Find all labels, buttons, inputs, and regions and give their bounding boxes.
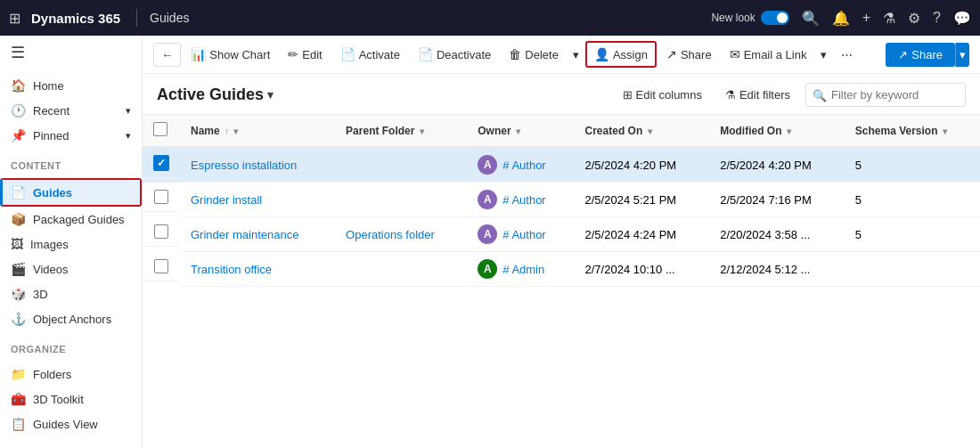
app-name-label: Guides (150, 11, 189, 25)
sidebar-item-images[interactable]: 🖼 Images (0, 232, 142, 257)
row-checkbox-cell[interactable] (143, 183, 180, 212)
owner-avatar: A (478, 155, 497, 175)
pinned-icon: 📌 (11, 128, 26, 143)
row-owner-cell: A # Author (467, 217, 574, 252)
delete-button[interactable]: 🗑 Delete (501, 42, 567, 67)
row-checkbox[interactable] (154, 224, 168, 239)
assign-button[interactable]: 👤 Assign (585, 41, 657, 68)
table-row: Transition office A # Admin 2/7/2024 10:… (143, 252, 980, 287)
row-schema-version-cell: 5 (845, 147, 980, 183)
row-name-link[interactable]: Grinder install (191, 193, 262, 207)
parent-folder-col-header[interactable]: Parent Folder ▾ (335, 115, 467, 147)
row-modified-on-cell: 2/12/2024 5:12 ... (709, 252, 845, 287)
share-button[interactable]: ↗ Share (886, 43, 955, 67)
plus-icon[interactable]: + (862, 10, 870, 26)
sidebar-item-packaged-guides[interactable]: 📦 Packaged Guides (0, 207, 142, 232)
recent-expand-icon[interactable]: ▾ (126, 105, 131, 117)
new-look-toggle[interactable]: New look (711, 11, 788, 25)
owner-link[interactable]: # Author (502, 159, 545, 172)
schema-col-chevron[interactable]: ▾ (943, 126, 947, 136)
name-col-header[interactable]: Name ↑ ▾ (180, 115, 335, 147)
sidebar-item-guides[interactable]: 📄 Guides (0, 178, 142, 207)
edit-filters-button[interactable]: ⚗ Edit filters (717, 83, 798, 107)
select-all-header[interactable] (143, 115, 180, 147)
row-checkbox-cell[interactable] (143, 252, 180, 281)
created-col-chevron[interactable]: ▾ (648, 126, 652, 136)
sidebar-item-3d[interactable]: 🎲 3D (0, 281, 142, 306)
modified-col-chevron[interactable]: ▾ (787, 126, 791, 136)
sidebar-toolkit-label: 3D Toolkit (33, 393, 84, 406)
sidebar-item-folders[interactable]: 📁 Folders (0, 362, 142, 387)
filter-icon[interactable]: ⚗ (883, 10, 895, 27)
owner-link[interactable]: # Admin (502, 263, 544, 276)
toolkit-icon: 🧰 (11, 392, 26, 406)
show-chart-label: Show Chart (209, 48, 270, 61)
edit-columns-label: Edit columns (636, 88, 702, 102)
delete-chevron-button[interactable]: ▾ (568, 43, 584, 67)
row-checkbox-cell[interactable] (143, 217, 180, 247)
row-created-on-cell: 2/7/2024 10:10 ... (575, 252, 710, 287)
created-on-col-header[interactable]: Created On ▾ (575, 115, 710, 147)
delete-label: Delete (525, 48, 559, 61)
deactivate-button[interactable]: 📄 Deactivate (410, 42, 499, 67)
sidebar-item-recent[interactable]: 🕐 Recent ▾ (0, 98, 142, 123)
share-link-button[interactable]: ↗ Share (658, 42, 720, 67)
activate-button[interactable]: 📄 Activate (332, 42, 408, 67)
chat-icon[interactable]: 💬 (953, 10, 971, 27)
show-chart-button[interactable]: 📊 Show Chart (183, 42, 278, 67)
folder-col-chevron[interactable]: ▾ (420, 126, 424, 136)
filter-input[interactable] (805, 83, 966, 107)
more-chevron-button[interactable]: ▾ (816, 43, 831, 67)
share-dropdown-button[interactable]: ▾ (955, 43, 969, 67)
owner-link[interactable]: # Author (502, 228, 545, 241)
name-col-chevron[interactable]: ▾ (233, 126, 238, 136)
row-folder-link[interactable]: Operations folder (346, 228, 435, 241)
row-name-link[interactable]: Espresso installation (191, 159, 297, 172)
modified-on-col-header[interactable]: Modified On ▾ (709, 115, 845, 147)
settings-icon[interactable]: ⚙ (908, 10, 920, 27)
row-name-link[interactable]: Grinder maintenance (191, 228, 298, 241)
more-button[interactable]: ⋯ (833, 43, 861, 67)
owner-link[interactable]: # Author (502, 193, 545, 207)
email-link-button[interactable]: ✉ Email a Link (722, 42, 815, 67)
row-checkbox[interactable] (154, 259, 168, 273)
owner-col-chevron[interactable]: ▾ (516, 126, 520, 136)
select-all-checkbox[interactable] (153, 122, 167, 136)
row-name-link[interactable]: Transition office (191, 263, 272, 276)
assign-label: Assign (613, 48, 648, 61)
row-checkbox-checked[interactable] (153, 155, 169, 171)
sidebar-item-guides-view[interactable]: 📋 Guides View (0, 411, 142, 436)
help-icon[interactable]: ? (933, 10, 941, 26)
table-row: Espresso installation A # Author 2/5/202… (143, 147, 980, 183)
bell-icon[interactable]: 🔔 (832, 10, 850, 27)
table-title-chevron[interactable]: ▾ (267, 88, 274, 102)
pinned-expand-icon[interactable]: ▾ (126, 130, 131, 142)
search-icon[interactable]: 🔍 (802, 10, 820, 27)
owner-col-header[interactable]: Owner ▾ (467, 115, 574, 147)
toggle-track[interactable] (761, 11, 789, 25)
sidebar-item-3d-toolkit[interactable]: 🧰 3D Toolkit (0, 387, 142, 411)
sidebar-item-object-anchors[interactable]: ⚓ Object Anchors (0, 306, 142, 331)
row-checkbox-cell[interactable] (143, 148, 180, 179)
activate-label: Activate (359, 48, 400, 61)
share-btn-label: Share (911, 48, 943, 61)
filter-input-wrap: 🔍 (805, 83, 966, 107)
sidebar-item-pinned[interactable]: 📌 Pinned ▾ (0, 123, 142, 148)
edit-filters-icon: ⚗ (725, 88, 736, 102)
filter-input-icon: 🔍 (813, 88, 827, 102)
edit-columns-button[interactable]: ⊞ Edit columns (615, 83, 710, 107)
row-checkbox[interactable] (154, 190, 168, 204)
edit-button[interactable]: ✏ Edit (280, 42, 330, 67)
row-schema-version-cell: 5 (845, 217, 980, 252)
grid-icon[interactable]: ⊞ (9, 10, 20, 27)
back-button[interactable]: ← (153, 43, 181, 67)
sidebar-item-videos[interactable]: 🎬 Videos (0, 257, 142, 281)
sidebar-folders-label: Folders (33, 368, 71, 381)
sidebar-item-home[interactable]: 🏠 Home (0, 73, 142, 98)
sidebar-hamburger[interactable]: ☰ (0, 36, 142, 69)
sidebar-guides-label: Guides (33, 186, 72, 200)
row-parent-folder-cell (335, 147, 467, 183)
schema-version-col-header[interactable]: Schema Version ▾ (845, 115, 980, 147)
row-created-on-cell: 2/5/2024 5:21 PM (575, 183, 710, 217)
row-owner-cell: A # Admin (467, 252, 574, 287)
